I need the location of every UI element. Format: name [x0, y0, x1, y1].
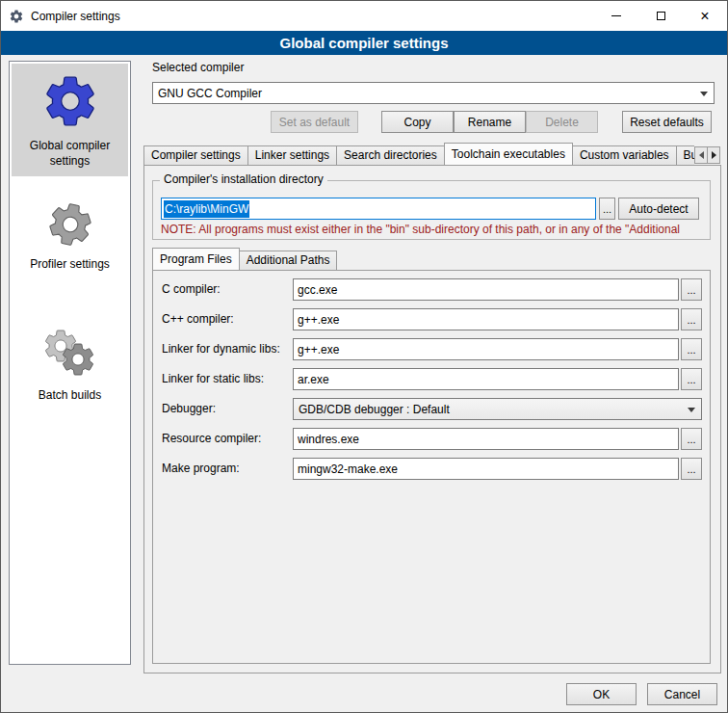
tab-scroll-right-button[interactable] — [707, 146, 720, 164]
selected-compiler-value: GNU GCC Compiler — [158, 87, 262, 100]
minimize-button[interactable] — [594, 1, 638, 31]
sidebar-item-label: Global compiler settings — [13, 139, 126, 169]
titlebar: Compiler settings × — [1, 1, 727, 31]
sidebar-item-batch-builds[interactable]: Batch builds — [12, 319, 128, 411]
resource-compiler-input[interactable] — [293, 428, 679, 450]
dynamic-linker-label: Linker for dynamic libs: — [162, 342, 280, 356]
debugger-value: GDB/CDB debugger : Default — [299, 403, 450, 416]
tab-scroll-controls — [695, 146, 720, 164]
batch-builds-icon — [41, 327, 99, 381]
delete-button[interactable]: Delete — [526, 111, 598, 133]
dialog-header: Global compiler settings — [1, 31, 727, 55]
static-linker-browse-button[interactable]: ... — [681, 368, 702, 390]
tab-compiler-settings[interactable]: Compiler settings — [143, 145, 248, 165]
window-controls: × — [594, 1, 727, 31]
sidebar-item-profiler-settings[interactable]: Profiler settings — [12, 192, 128, 280]
tab-scroll-left-button[interactable] — [694, 146, 708, 164]
program-tab-strip: Program Files Additional Paths — [152, 248, 557, 270]
resource-compiler-label: Resource compiler: — [162, 432, 261, 445]
make-program-label: Make program: — [162, 462, 240, 475]
rename-button[interactable]: Rename — [454, 111, 526, 133]
install-dir-input[interactable]: C:\raylib\MinGW — [161, 198, 596, 220]
minimize-icon — [611, 15, 621, 16]
tab-custom-variables[interactable]: Custom variables — [572, 145, 677, 165]
sidebar-item-global-compiler-settings[interactable]: Global compiler settings — [12, 64, 128, 176]
tab-toolchain-executables[interactable]: Toolchain executables — [444, 143, 573, 165]
ok-button[interactable]: OK — [566, 683, 637, 705]
tab-build-truncated[interactable]: Buil — [676, 145, 694, 165]
c-compiler-input[interactable] — [293, 278, 679, 301]
set-as-default-button[interactable]: Set as default — [271, 111, 358, 133]
sidebar-item-label: Profiler settings — [30, 257, 110, 273]
debugger-row: Debugger: GDB/CDB debugger : Default — [152, 398, 711, 420]
autodetect-button[interactable]: Auto-detect — [618, 198, 699, 220]
static-linker-input[interactable] — [293, 368, 679, 390]
install-dir-group-label: Compiler's installation directory — [160, 172, 327, 186]
reset-defaults-button[interactable]: Reset defaults — [622, 111, 712, 133]
resource-compiler-browse-button[interactable]: ... — [681, 428, 702, 450]
chevron-down-icon — [688, 408, 695, 412]
make-program-browse-button[interactable]: ... — [681, 458, 702, 480]
cpp-compiler-label: C++ compiler: — [162, 312, 234, 326]
cancel-button[interactable]: Cancel — [647, 683, 717, 705]
gear-icon — [40, 71, 100, 131]
c-compiler-row: C compiler: ... — [152, 278, 711, 301]
close-icon: × — [700, 9, 709, 24]
sidebar: Global compiler settings Profiler settin… — [9, 61, 131, 665]
dynamic-linker-input[interactable] — [293, 338, 679, 360]
install-dir-browse-button[interactable]: ... — [599, 198, 615, 220]
cpp-compiler-input[interactable] — [293, 308, 679, 330]
sidebar-item-label: Batch builds — [39, 388, 101, 404]
tab-additional-paths[interactable]: Additional Paths — [239, 251, 338, 270]
selected-compiler-dropdown[interactable]: GNU GCC Compiler — [152, 82, 715, 104]
c-compiler-browse-button[interactable]: ... — [681, 278, 702, 301]
install-dir-value: C:\raylib\MinGW — [164, 200, 249, 218]
left-arrow-icon — [699, 151, 704, 159]
close-button[interactable]: × — [683, 1, 727, 31]
chevron-down-icon — [700, 92, 708, 96]
tab-linker-settings[interactable]: Linker settings — [247, 145, 337, 165]
dynamic-linker-row: Linker for dynamic libs: ... — [152, 338, 711, 360]
app-icon — [9, 9, 24, 24]
cpp-compiler-browse-button[interactable]: ... — [681, 308, 702, 330]
profiler-icon — [45, 199, 95, 250]
dialog-header-title: Global compiler settings — [279, 35, 448, 51]
debugger-dropdown[interactable]: GDB/CDB debugger : Default — [293, 398, 702, 420]
static-linker-row: Linker for static libs: ... — [152, 368, 711, 390]
resource-compiler-row: Resource compiler: ... — [152, 428, 711, 450]
install-dir-note: NOTE: All programs must exist either in … — [161, 223, 708, 236]
tab-program-files[interactable]: Program Files — [152, 248, 240, 270]
selected-compiler-label: Selected compiler — [152, 61, 244, 74]
cpp-compiler-row: C++ compiler: ... — [152, 308, 711, 330]
copy-button[interactable]: Copy — [381, 111, 454, 133]
window-title: Compiler settings — [31, 10, 120, 23]
maximize-icon — [657, 12, 665, 20]
compiler-tab-strip: Compiler settings Linker settings Search… — [143, 143, 694, 165]
tab-search-directories[interactable]: Search directories — [336, 145, 445, 165]
static-linker-label: Linker for static libs: — [162, 372, 264, 385]
debugger-label: Debugger: — [162, 402, 216, 415]
dynamic-linker-browse-button[interactable]: ... — [681, 338, 702, 360]
make-program-input[interactable] — [293, 458, 679, 480]
c-compiler-label: C compiler: — [162, 282, 221, 296]
right-arrow-icon — [712, 151, 716, 159]
compiler-settings-window: Compiler settings × Global compiler sett… — [0, 0, 728, 713]
make-program-row: Make program: ... — [152, 458, 711, 480]
maximize-button[interactable] — [638, 1, 683, 31]
